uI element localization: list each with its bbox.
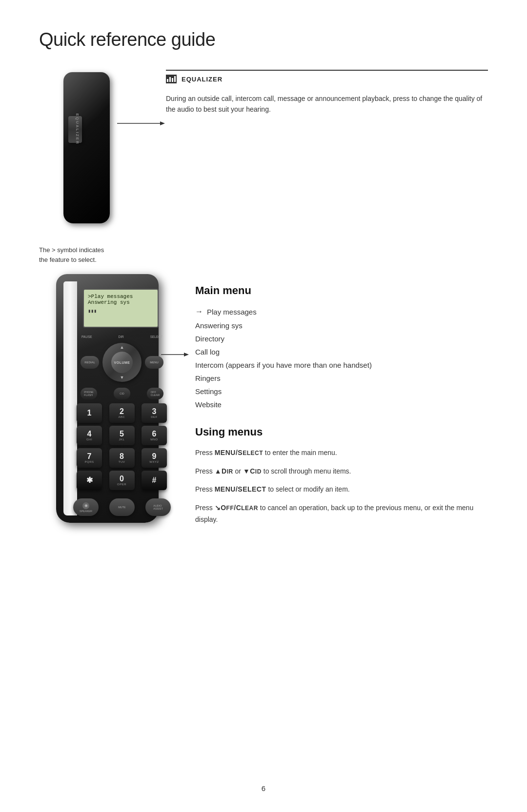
eq-bar-2	[169, 77, 171, 82]
keypad-row-4: ✱ 0 OPER #	[77, 471, 167, 490]
symbol-note: The > symbol indicates the feature to se…	[39, 245, 176, 264]
equalizer-arrow	[117, 119, 166, 128]
svg-marker-3	[184, 353, 189, 356]
instruction-4: Press ↘OFF/CLEAR to cancel an operation,…	[195, 502, 488, 526]
equalizer-header: EQUALIZER	[166, 70, 488, 86]
eq-icon-bars	[167, 76, 176, 82]
main-menu-title: Main menu	[195, 284, 488, 297]
menu-item-text-5: Intercom (appears if you have more than …	[195, 361, 372, 369]
key-9[interactable]: 9 WXYZ	[142, 448, 167, 468]
nav-row-buttons: PHONEFLASH CID OFFCLEAR	[81, 388, 163, 399]
key-0[interactable]: 0 OPER	[109, 471, 135, 490]
screen-battery-icon: ▮▮▮	[88, 308, 154, 314]
eq-bar-1	[167, 79, 168, 82]
page-container: Quick reference guide EQUALIZER	[0, 0, 527, 812]
menu-item-play-messages: → Play messages	[195, 305, 488, 319]
menu-item-call-log: Call log	[195, 345, 488, 358]
phone-side-body: EQUALIZER	[63, 72, 110, 223]
menu-item-text-4: Call log	[195, 348, 220, 356]
speaker-icon: ◉	[82, 502, 89, 509]
redial-label: REDIAL	[84, 361, 95, 364]
menu-item-text-6: Ringers	[195, 374, 221, 382]
page-number: 6	[262, 784, 265, 792]
menu-item-text-1: Play messages	[207, 305, 257, 318]
off-clear-key: ↘OFF/CLEAR	[215, 504, 258, 512]
nav-top-labels: PAUSE DIR SELECT	[81, 335, 163, 338]
main-menu-section: Main menu → Play messages Answering sys …	[195, 284, 488, 411]
top-section: EQUALIZER EQ	[39, 70, 488, 226]
key-7[interactable]: 7 PQRS	[77, 448, 102, 468]
list-arrow-icon: →	[195, 305, 203, 319]
nav-ring[interactable]: ▲ ▼ VOLUME	[102, 343, 142, 382]
menu-arrow-connector	[161, 350, 190, 359]
cid-button[interactable]: CID	[114, 388, 130, 399]
phone-front-body: >Play messages Answering sys ▮▮▮ PAUSE D…	[56, 274, 159, 523]
pause-label: PAUSE	[81, 335, 92, 338]
phone-screen: >Play messages Answering sys ▮▮▮	[83, 289, 159, 328]
screen-line-1: >Play messages	[88, 294, 154, 299]
eq-bar-3	[172, 78, 173, 82]
menu-item-text-3: Directory	[195, 335, 224, 343]
select-label: SELECT	[150, 335, 162, 338]
eq-bar-4	[174, 76, 176, 82]
nav-cluster: PAUSE DIR SELECT REDIAL ▲ ▼	[81, 335, 163, 399]
redial-button[interactable]: REDIAL	[81, 356, 99, 369]
keypad-row-1: 1 2 ABC 3 DEF	[77, 403, 167, 423]
audio-assist-button[interactable]: AUDIOASSIST	[145, 498, 171, 516]
phone-front-white-strip	[63, 281, 77, 515]
phone-side-image: EQUALIZER	[39, 70, 137, 226]
key-5[interactable]: 5 JKL	[109, 426, 135, 445]
menu-item-website: Website	[195, 398, 488, 411]
menu-item-intercom: Intercom (appears if you have more than …	[195, 358, 488, 372]
key-4[interactable]: 4 GHI	[77, 426, 102, 445]
key-2[interactable]: 2 ABC	[109, 403, 135, 423]
key-star[interactable]: ✱	[77, 471, 102, 490]
key-1[interactable]: 1	[77, 403, 102, 423]
instruction-1: Press MENU/SELECT to enter the main menu…	[195, 447, 488, 459]
menu-select-key-2: MENU/SELECT	[215, 485, 266, 493]
menu-item-settings: Settings	[195, 385, 488, 398]
cid-key: ▼CID	[243, 467, 262, 475]
menu-item-directory: Directory	[195, 332, 488, 345]
mute-button[interactable]: MUTE	[109, 498, 135, 516]
middle-section: The > symbol indicates the feature to se…	[39, 245, 488, 533]
dir-key: ▲DIR	[215, 467, 233, 475]
volume-label: VOLUME	[111, 352, 133, 373]
dir-label: DIR	[119, 335, 124, 338]
phone-flash-label: PHONEFLASH	[84, 391, 94, 396]
off-clear-button[interactable]: OFFCLEAR	[147, 388, 163, 399]
menu-label: MENU	[150, 361, 159, 364]
phone-front-view: >Play messages Answering sys ▮▮▮ PAUSE D…	[49, 274, 166, 528]
using-menus-section: Using menus Press MENU/SELECT to enter t…	[195, 426, 488, 526]
keypad-row-3: 7 PQRS 8 TUV 9 WXYZ	[77, 448, 167, 468]
instruction-3: Press MENU/SELECT to select or modify an…	[195, 484, 488, 495]
menu-item-ringers: Ringers	[195, 372, 488, 385]
equalizer-icon	[166, 75, 177, 83]
phone-flash-button[interactable]: PHONEFLASH	[81, 388, 97, 399]
equalizer-panel: EQUALIZER During an outside call, interc…	[166, 70, 488, 115]
instruction-2: Press ▲DIR or ▼CID to scroll through men…	[195, 466, 488, 477]
speaker-label: SPEAKER	[80, 510, 92, 513]
cid-label: CID	[120, 392, 124, 395]
key-8[interactable]: 8 TUV	[109, 448, 135, 468]
symbol-note-text: The > symbol indicates the feature to se…	[39, 246, 104, 263]
off-clear-label: OFFCLEAR	[151, 391, 160, 396]
menu-item-answering-sys: Answering sys	[195, 319, 488, 332]
nav-down: ▼	[120, 375, 124, 380]
menu-item-text-2: Answering sys	[195, 321, 243, 330]
menu-item-text-7: Settings	[195, 387, 222, 396]
left-column: The > symbol indicates the feature to se…	[39, 245, 176, 528]
keypad-row-2: 4 GHI 5 JKL 6 MNO	[77, 426, 167, 445]
key-3[interactable]: 3 DEF	[142, 403, 167, 423]
main-menu-list: → Play messages Answering sys Directory …	[195, 305, 488, 411]
key-6[interactable]: 6 MNO	[142, 426, 167, 445]
speaker-button[interactable]: ◉ SPEAKER	[73, 498, 99, 516]
phone-side-view: EQUALIZER	[54, 70, 122, 226]
screen-text-1: >Play messages	[88, 294, 133, 299]
svg-marker-1	[160, 121, 165, 125]
screen-line-2: Answering sys	[88, 299, 154, 305]
key-hash[interactable]: #	[142, 471, 167, 490]
screen-text-2: Answering sys	[88, 299, 130, 305]
nav-up: ▲	[120, 345, 124, 350]
audio-assist-label: AUDIOASSIST	[153, 504, 163, 510]
